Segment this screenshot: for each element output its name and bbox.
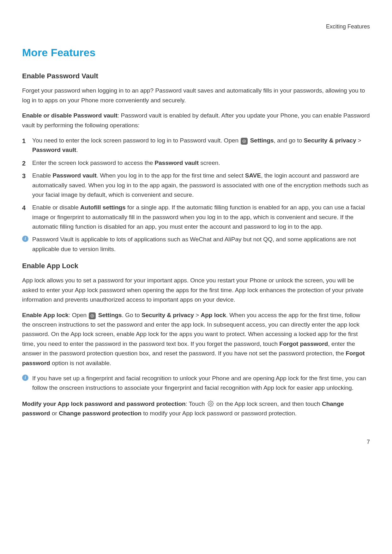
- text: Enable or disable: [32, 204, 80, 211]
- page-title: More Features: [22, 44, 370, 61]
- al-enable-paragraph: Enable App lock: Open Settings. Go to Se…: [22, 310, 370, 368]
- text: You need to enter the lock screen passwo…: [32, 137, 240, 144]
- text: .: [76, 147, 78, 153]
- step-number: 3: [22, 171, 26, 181]
- text: Enable: [32, 172, 52, 179]
- text: option is not available.: [50, 360, 111, 366]
- security-privacy-label: Security & privacy: [304, 137, 356, 144]
- breadcrumb: Exciting Features: [22, 22, 370, 31]
- info-icon: i: [22, 375, 28, 381]
- al-modify-label: Modify your App lock password and passwo…: [22, 400, 186, 407]
- text: . When you log in to the app for the fir…: [97, 172, 245, 179]
- step-number: 1: [22, 136, 26, 146]
- settings-label: Settings: [96, 312, 122, 318]
- pv-enable-label: Enable or disable Password vault: [22, 112, 118, 119]
- pv-heading: Enable Password Vault: [22, 70, 370, 81]
- separator: >: [356, 137, 361, 144]
- pv-intro: Forget your password when logging in to …: [22, 86, 370, 105]
- separator: >: [194, 312, 201, 318]
- settings-label: Settings: [248, 137, 274, 144]
- app-lock-label: App lock: [201, 312, 226, 318]
- page-number: 7: [22, 437, 370, 447]
- svg-point-3: [92, 315, 93, 316]
- al-intro: App lock allows you to set a password fo…: [22, 276, 370, 304]
- step-number: 4: [22, 203, 26, 213]
- text: If you have set up a fingerprint and fac…: [32, 375, 366, 391]
- settings-icon: [241, 138, 248, 145]
- text: , and go to: [274, 137, 304, 144]
- al-modify-paragraph: Modify your App lock password and passwo…: [22, 399, 370, 419]
- text: screen.: [199, 160, 220, 166]
- text: : Touch: [186, 400, 207, 407]
- pv-step-3: 3 Enable Password vault. When you log in…: [22, 171, 370, 200]
- pv-step-1: 1 You need to enter the lock screen pass…: [22, 136, 370, 155]
- settings-icon: [89, 312, 96, 319]
- text: Password Vault is applicable to lots of …: [32, 236, 356, 252]
- pv-step-2: 2 Enter the screen lock password to acce…: [22, 158, 370, 168]
- password-vault-label: Password vault: [32, 147, 76, 153]
- text: or: [50, 410, 59, 417]
- text: . Go to: [122, 312, 142, 318]
- pv-info-note: i Password Vault is applicable to lots o…: [22, 235, 370, 254]
- al-enable-label: Enable App lock: [22, 312, 69, 318]
- info-icon: i: [22, 236, 28, 242]
- gear-icon: [207, 400, 214, 407]
- al-info-note: i If you have set up a fingerprint and f…: [22, 374, 370, 393]
- password-vault-label: Password vault: [52, 172, 96, 179]
- pv-steps: 1 You need to enter the lock screen pass…: [22, 136, 370, 232]
- step-number: 2: [22, 158, 26, 168]
- text: on the App lock screen, and then touch: [215, 400, 322, 407]
- pv-enable-line: Enable or disable Password vault: Passwo…: [22, 111, 370, 130]
- al-heading: Enable App Lock: [22, 260, 370, 271]
- text: to modify your App lock password or pass…: [142, 410, 297, 417]
- pv-step-4: 4 Enable or disable Autofill settings fo…: [22, 203, 370, 232]
- security-privacy-label: Security & privacy: [142, 312, 194, 318]
- text: : Open: [69, 312, 88, 318]
- change-password-protection-label: Change password protection: [59, 410, 142, 417]
- password-vault-label: Password vault: [155, 160, 199, 166]
- text: Enter the screen lock password to access…: [32, 160, 155, 166]
- svg-point-1: [244, 141, 245, 142]
- save-label: SAVE: [245, 172, 261, 179]
- forgot-password-label: Forgot password: [279, 340, 328, 347]
- autofill-settings-label: Autofill settings: [80, 204, 126, 211]
